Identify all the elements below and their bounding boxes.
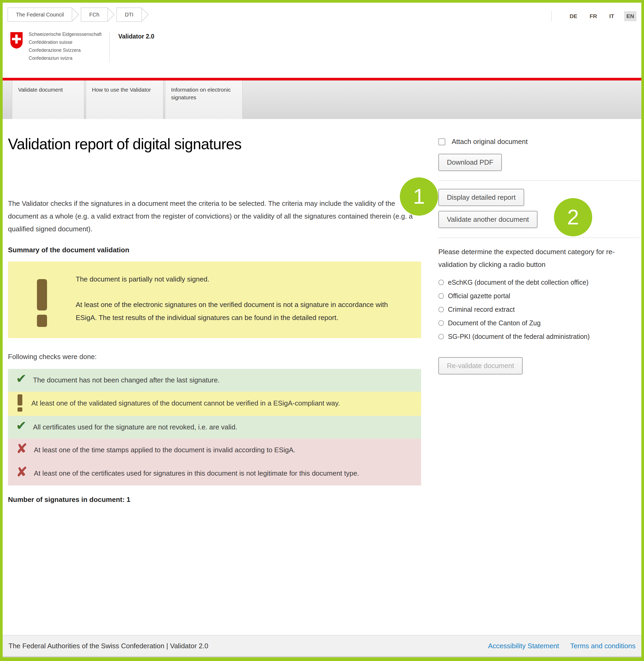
radio-option-label: eSchKG (document of the debt collection … xyxy=(448,279,589,286)
check-text: At least one of the validated signatures… xyxy=(31,399,340,407)
footer-link[interactable]: Terms and conditions xyxy=(570,642,636,650)
header-logo: Schweizerische EidgenossenschaftConfédér… xyxy=(10,30,154,63)
checks-heading: Following checks were done: xyxy=(8,353,421,361)
radio-button-icon[interactable] xyxy=(438,320,444,326)
radio-button-icon[interactable] xyxy=(438,307,444,312)
divider xyxy=(551,10,552,22)
confederation-line: Confédération suisse xyxy=(29,38,101,46)
status-icon xyxy=(18,394,22,411)
status-icon xyxy=(16,442,28,459)
radio-option[interactable]: SG-PKI (document of the federal administ… xyxy=(438,330,640,344)
summary-icon-column xyxy=(8,273,76,327)
radio-prompt: Please determine the expected document c… xyxy=(438,245,640,271)
summary-heading: Summary of the document validation xyxy=(8,246,421,254)
check-row: At least one of the validated signatures… xyxy=(8,392,421,416)
status-icon xyxy=(16,419,27,436)
language-option[interactable]: IT xyxy=(607,11,617,21)
tab-bar: Validate document How to use the Validat… xyxy=(3,80,641,119)
page: The Federal Council FCh DTI DE FR IT xyxy=(3,3,641,657)
annotation-circle-2: 2 xyxy=(554,198,592,236)
swiss-coat-of-arms-icon xyxy=(10,32,23,49)
check-text: At least one of the certificates used fo… xyxy=(34,469,359,477)
confederation-wordmark: Schweizerische EidgenossenschaftConfédér… xyxy=(29,30,101,62)
breadcrumb-item[interactable]: The Federal Council xyxy=(7,7,72,22)
revalidate-document-button[interactable]: Re-validate document xyxy=(438,357,523,374)
confederation-line: Confederaziun svizra xyxy=(29,54,101,62)
language-option[interactable]: FR xyxy=(587,11,599,21)
radio-option-label: Document of the Canton of Zug xyxy=(448,319,540,327)
footer-links: Accessibility Statement Terms and condit… xyxy=(488,642,636,650)
language-options: DE FR IT EN xyxy=(567,11,637,21)
signatures-count: Number of signatures in document: 1 xyxy=(8,496,421,504)
attach-original-row: Attach original document xyxy=(438,138,640,146)
validate-another-document-button[interactable]: Validate another document xyxy=(438,211,537,228)
attach-original-label: Attach original document xyxy=(452,138,528,146)
radio-option-label: SG-PKI (document of the federal administ… xyxy=(448,333,590,340)
annotation-circle-1: 1 xyxy=(400,178,438,216)
attach-original-checkbox[interactable] xyxy=(438,138,445,145)
radio-option[interactable]: Criminal record extract xyxy=(438,303,640,316)
divider xyxy=(438,238,640,238)
radio-option[interactable]: eSchKG (document of the debt collection … xyxy=(438,276,640,289)
divider xyxy=(438,181,640,181)
page-title: Validation report of digital signatures xyxy=(8,136,421,152)
exclamation-icon xyxy=(37,279,47,327)
footer-link[interactable]: Accessibility Statement xyxy=(488,642,559,650)
language-option[interactable]: EN xyxy=(624,11,637,21)
check-text: The document has not been changed after … xyxy=(33,376,220,384)
sidebar: Attach original document Download PDF Di… xyxy=(438,138,640,374)
check-text: All certificates used for the signature … xyxy=(33,423,237,431)
summary-text: The document is partially not validly si… xyxy=(76,273,411,327)
check-row: At least one of the time stamps applied … xyxy=(8,439,421,462)
tab[interactable]: Validate document xyxy=(12,80,84,119)
radio-option-label: Official gazette portal xyxy=(448,292,510,300)
check-row: The document has not been changed after … xyxy=(8,369,421,392)
summary-line1: The document is partially not validly si… xyxy=(76,273,411,286)
summary-line2: At least one of the electronic signature… xyxy=(76,298,411,324)
language-selector: DE FR IT EN xyxy=(551,10,637,22)
radio-button-icon[interactable] xyxy=(438,280,444,285)
radio-button-icon[interactable] xyxy=(438,293,444,299)
breadcrumb: The Federal Council FCh DTI xyxy=(7,7,151,22)
confederation-line: Confederazione Svizzera xyxy=(29,46,101,54)
tab[interactable]: Information on electronic signatures xyxy=(165,80,243,119)
tab[interactable]: How to use the Validator xyxy=(86,80,163,119)
check-row: At least one of the certificates used fo… xyxy=(8,462,421,486)
status-icon xyxy=(16,372,27,389)
language-option[interactable]: DE xyxy=(567,11,580,21)
radio-option-label: Criminal record extract xyxy=(448,306,514,313)
main-content: Validation report of digital signatures … xyxy=(8,136,421,504)
summary-warning-box: The document is partially not validly si… xyxy=(8,262,421,338)
download-pdf-button[interactable]: Download PDF xyxy=(438,154,502,171)
document-category-radios: eSchKG (document of the debt collection … xyxy=(438,276,640,344)
status-icon xyxy=(16,465,28,483)
display-detailed-report-button[interactable]: Display detailed report xyxy=(438,189,524,206)
intro-paragraph: The Validator checks if the signatures i… xyxy=(8,197,419,235)
confederation-line: Schweizerische Eidgenossenschaft xyxy=(29,30,101,38)
radio-option[interactable]: Document of the Canton of Zug xyxy=(438,316,640,330)
footer: The Federal Authorities of the Swiss Con… xyxy=(3,635,641,657)
red-rule xyxy=(3,78,641,80)
check-text: At least one of the time stamps applied … xyxy=(34,446,295,454)
radio-option[interactable]: Official gazette portal xyxy=(438,289,640,303)
checks-list: The document has not been changed after … xyxy=(8,369,421,486)
check-row: All certificates used for the signature … xyxy=(8,416,421,439)
radio-button-icon[interactable] xyxy=(438,334,444,339)
footer-text: The Federal Authorities of the Swiss Con… xyxy=(8,642,208,650)
app-title: Validator 2.0 xyxy=(118,33,154,40)
